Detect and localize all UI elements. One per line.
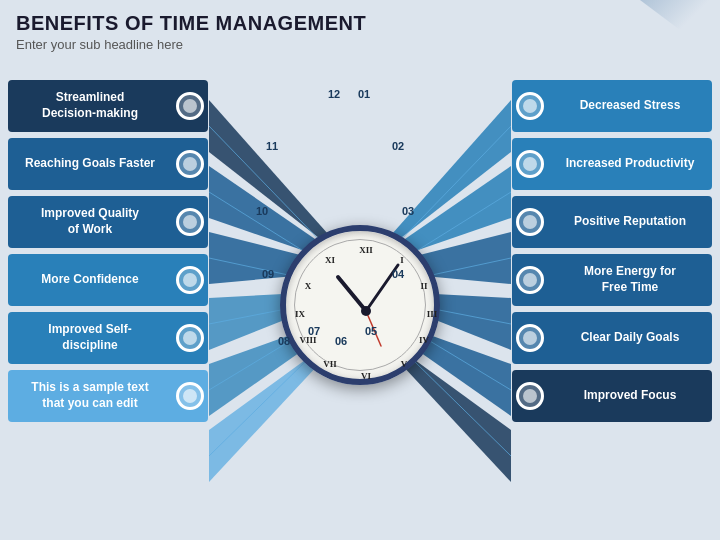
clock: XII I II III IV V VI VII VIII IX X XI — [280, 225, 440, 385]
box-improved-quality-text: Improved Qualityof Work — [8, 196, 172, 248]
box-streamlined: StreamlinedDecision-making — [8, 80, 208, 132]
svg-text:VII: VII — [323, 359, 337, 369]
svg-text:X: X — [305, 281, 312, 291]
svg-text:I: I — [400, 255, 404, 265]
box-decreased-stress: Decreased Stress — [512, 80, 712, 132]
box-more-energy-text: More Energy forFree Time — [548, 254, 712, 306]
left-boxes: StreamlinedDecision-making Reaching Goal… — [8, 80, 208, 422]
header: BENEFITS OF TIME MANAGEMENT Enter your s… — [0, 0, 720, 56]
box-more-confidence-circle-wrap — [172, 254, 208, 306]
box-streamlined-circle — [176, 92, 204, 120]
box-reaching-goals: Reaching Goals Faster — [8, 138, 208, 190]
box-decreased-stress-circle-wrap — [512, 80, 548, 132]
svg-line-36 — [338, 277, 366, 311]
box-improved-self-text: Improved Self-discipline — [8, 312, 172, 364]
clock-label-11: 11 — [266, 140, 278, 152]
box-increased-productivity-circle — [516, 150, 544, 178]
svg-text:VI: VI — [361, 371, 371, 381]
clock-label-09: 09 — [262, 268, 274, 280]
box-improved-focus: Improved Focus — [512, 370, 712, 422]
svg-text:VIII: VIII — [299, 335, 317, 345]
box-decreased-stress-circle — [516, 92, 544, 120]
box-positive-reputation-circle-wrap — [512, 196, 548, 248]
box-improved-self-circle-wrap — [172, 312, 208, 364]
box-increased-productivity-text: Increased Productivity — [548, 138, 712, 190]
box-sample-text-text: This is a sample textthat you can edit — [8, 370, 172, 422]
box-improved-quality-circle-wrap — [172, 196, 208, 248]
box-reaching-goals-circle — [176, 150, 204, 178]
clock-label-10: 10 — [256, 205, 268, 217]
box-improved-focus-circle — [516, 382, 544, 410]
box-more-confidence-text: More Confidence — [8, 254, 172, 306]
box-improved-quality: Improved Qualityof Work — [8, 196, 208, 248]
box-clear-goals: Clear Daily Goals — [512, 312, 712, 364]
box-sample-text: This is a sample textthat you can edit — [8, 370, 208, 422]
svg-text:IX: IX — [295, 309, 306, 319]
svg-line-38 — [366, 311, 381, 346]
box-improved-self: Improved Self-discipline — [8, 312, 208, 364]
box-improved-focus-circle-wrap — [512, 370, 548, 422]
box-more-energy-circle — [516, 266, 544, 294]
box-sample-circle — [176, 382, 204, 410]
clock-numbers-svg: XII I II III IV V VI VII VIII IX X XI — [286, 231, 446, 391]
box-increased-productivity: Increased Productivity — [512, 138, 712, 190]
box-decreased-stress-text: Decreased Stress — [548, 80, 712, 132]
svg-point-39 — [361, 306, 371, 316]
sub-title: Enter your sub headline here — [16, 37, 704, 52]
svg-text:II: II — [420, 281, 428, 291]
box-positive-reputation-text: Positive Reputation — [548, 196, 712, 248]
svg-text:XII: XII — [359, 245, 373, 255]
box-more-confidence: More Confidence — [8, 254, 208, 306]
clock-label-02: 02 — [392, 140, 404, 152]
box-clear-goals-circle-wrap — [512, 312, 548, 364]
box-reaching-goals-text: Reaching Goals Faster — [8, 138, 172, 190]
clock-label-12: 12 — [328, 88, 340, 100]
clock-face: XII I II III IV V VI VII VIII IX X XI — [280, 225, 440, 385]
svg-text:IV: IV — [419, 335, 430, 345]
clock-label-01: 01 — [358, 88, 370, 100]
svg-text:XI: XI — [325, 255, 335, 265]
box-improved-self-circle — [176, 324, 204, 352]
box-more-energy: More Energy forFree Time — [512, 254, 712, 306]
box-improved-quality-circle — [176, 208, 204, 236]
slide: BENEFITS OF TIME MANAGEMENT Enter your s… — [0, 0, 720, 540]
box-positive-reputation: Positive Reputation — [512, 196, 712, 248]
box-more-confidence-circle — [176, 266, 204, 294]
main-title: BENEFITS OF TIME MANAGEMENT — [16, 12, 704, 35]
content-area: StreamlinedDecision-making Reaching Goal… — [0, 70, 720, 540]
box-clear-goals-circle — [516, 324, 544, 352]
svg-line-37 — [366, 265, 398, 311]
box-streamlined-text: StreamlinedDecision-making — [8, 80, 172, 132]
right-boxes: Decreased Stress Increased Productivity … — [512, 80, 712, 422]
box-sample-circle-wrap — [172, 370, 208, 422]
box-improved-focus-text: Improved Focus — [548, 370, 712, 422]
svg-text:V: V — [401, 359, 408, 369]
svg-text:III: III — [427, 309, 438, 319]
box-reaching-goals-circle-wrap — [172, 138, 208, 190]
box-clear-goals-text: Clear Daily Goals — [548, 312, 712, 364]
box-positive-reputation-circle — [516, 208, 544, 236]
box-more-energy-circle-wrap — [512, 254, 548, 306]
box-streamlined-circle-wrap — [172, 80, 208, 132]
clock-label-03: 03 — [402, 205, 414, 217]
box-increased-productivity-circle-wrap — [512, 138, 548, 190]
